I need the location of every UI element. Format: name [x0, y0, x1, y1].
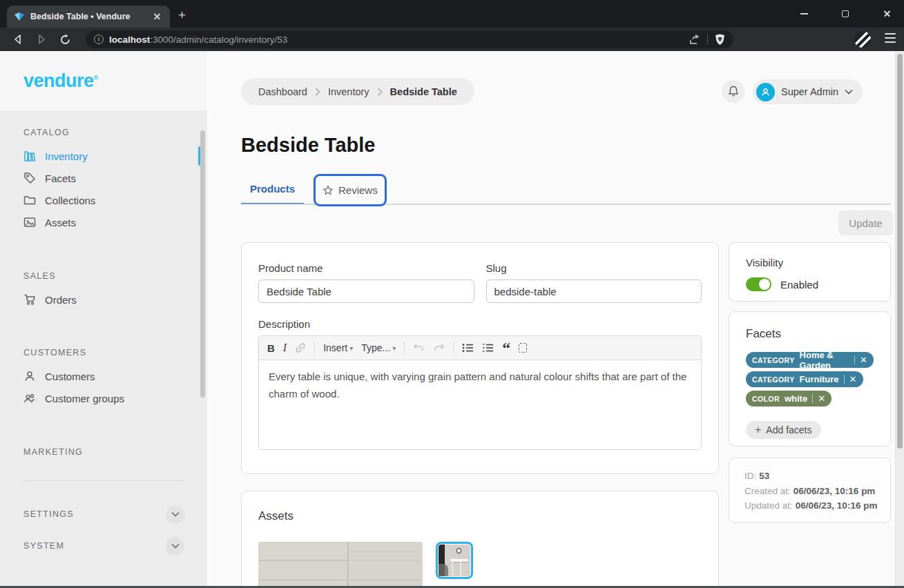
italic-button[interactable]: I	[283, 342, 287, 354]
brave-shield-icon[interactable]	[715, 34, 725, 46]
breadcrumb: Dashboard Inventory Bedside Table	[241, 78, 474, 105]
sidebar-item-inventory[interactable]: Inventory	[0, 145, 207, 167]
new-tab-button[interactable]: +	[178, 8, 186, 21]
facet-chip: COLOR white ✕	[746, 391, 831, 406]
page-scrollbar-thumb[interactable]	[897, 54, 903, 449]
bullet-list-icon[interactable]	[462, 343, 474, 353]
url-text: localhost:3000/admin/catalog/inventory/5…	[109, 35, 287, 45]
chevron-down-icon	[845, 89, 853, 95]
divider	[453, 342, 454, 354]
insert-dropdown[interactable]: Insert▾	[323, 342, 353, 353]
sidebar-item-label: Facets	[45, 173, 76, 184]
sidebar-scrollbar[interactable]	[200, 130, 205, 398]
folder-icon	[23, 194, 36, 206]
code-block-icon[interactable]	[519, 343, 527, 353]
remove-facet-icon[interactable]: ✕	[860, 355, 867, 364]
users-icon	[23, 392, 36, 404]
browser-menu-icon[interactable]	[885, 33, 896, 46]
enabled-toggle[interactable]	[746, 277, 771, 291]
share-icon[interactable]	[689, 34, 700, 46]
page-scrollbar	[895, 51, 904, 588]
sidebar-item-collections[interactable]: Collections	[0, 189, 207, 211]
chevron-down-icon[interactable]	[166, 505, 184, 524]
facet-chip: CATEGORY Furniture ✕	[746, 371, 863, 387]
browser-tab[interactable]: Bedside Table • Vendure	[7, 6, 170, 28]
browser-toolbar: ! localhost:3000/admin/catalog/inventory…	[0, 28, 904, 51]
redo-icon[interactable]	[433, 343, 445, 353]
type-dropdown[interactable]: Type...▾	[361, 342, 396, 353]
slug-input[interactable]	[486, 280, 702, 303]
page-title: Bedside Table	[241, 134, 375, 157]
chevron-right-icon	[377, 88, 383, 96]
facets-title: Facets	[746, 327, 874, 341]
remove-facet-icon[interactable]: ✕	[849, 375, 857, 384]
chevron-down-icon[interactable]	[166, 537, 184, 556]
avatar	[756, 83, 775, 101]
rich-text-editor: B I Insert▾ Type...▾	[258, 335, 702, 450]
bell-icon	[728, 86, 739, 97]
asset-thumbnail-selected[interactable]	[436, 542, 473, 579]
forward-icon[interactable]	[32, 30, 51, 48]
browser-window: Bedside Table • Vendure + ! localhost:30…	[0, 0, 904, 588]
notifications-button[interactable]	[722, 80, 744, 103]
site-info-icon[interactable]: !	[94, 35, 104, 44]
bold-button[interactable]: B	[267, 342, 275, 354]
sidebar-item-assets[interactable]: Assets	[0, 211, 207, 233]
featured-asset-preview[interactable]	[258, 542, 423, 588]
editor-toolbar: B I Insert▾ Type...▾	[259, 336, 701, 360]
blockquote-icon[interactable]: “	[502, 343, 510, 353]
tab-reviews-label: Reviews	[338, 184, 378, 196]
facet-chip-list: CATEGORY Home & Garden ✕ CATEGORY Furnit…	[746, 352, 874, 410]
asset-thumbnail-image	[439, 545, 470, 576]
facet-chip: CATEGORY Home & Garden ✕	[746, 352, 874, 368]
description-editor-content[interactable]: Every table is unique, with varying grai…	[259, 360, 701, 449]
link-icon[interactable]	[295, 342, 306, 353]
user-menu[interactable]: Super Admin	[753, 79, 863, 104]
close-icon[interactable]	[878, 5, 896, 23]
sidebar-item-label: Customers	[45, 371, 95, 382]
tab-products[interactable]: Products	[241, 174, 304, 204]
facets-card: Facets CATEGORY Home & Garden ✕ CATEGORY	[729, 311, 891, 447]
tab-reviews[interactable]: Reviews	[314, 174, 387, 206]
breadcrumb-current: Bedside Table	[390, 86, 457, 97]
section-catalog: CATALOG	[23, 128, 207, 137]
sidebar-item-customer-groups[interactable]: Customer groups	[0, 387, 207, 409]
maximize-icon[interactable]	[836, 5, 854, 23]
caret-down-icon: ▾	[349, 344, 353, 352]
sidebar-item-customers[interactable]: Customers	[0, 365, 207, 387]
tab-close-icon[interactable]	[152, 11, 163, 22]
user-icon	[23, 370, 36, 382]
chevron-right-icon	[315, 88, 320, 96]
section-system[interactable]: SYSTEM	[0, 535, 207, 557]
assets-title: Assets	[258, 509, 702, 523]
sidebar-item-facets[interactable]: Facets	[0, 167, 207, 189]
section-settings[interactable]: SETTINGS	[0, 503, 207, 525]
sidebar-divider	[23, 480, 184, 481]
sidebar-item-orders[interactable]: Orders	[0, 288, 207, 311]
logo-area: vendure®	[0, 51, 207, 110]
product-name-input[interactable]	[258, 280, 474, 303]
url-path: :3000/admin/catalog/inventory/53	[150, 35, 287, 45]
sidebar-item-label: Inventory	[45, 150, 88, 162]
breadcrumb-inventory[interactable]: Inventory	[328, 86, 369, 97]
sidebar-item-label: Customer groups	[45, 393, 124, 404]
undo-icon[interactable]	[413, 343, 425, 353]
back-icon[interactable]	[8, 30, 28, 48]
remove-facet-icon[interactable]: ✕	[818, 394, 825, 403]
divider	[707, 35, 708, 45]
minimize-icon[interactable]	[795, 5, 813, 23]
product-detail-card: Product name Slug Description B I	[241, 242, 719, 474]
divider	[404, 342, 405, 354]
url-bar[interactable]: ! localhost:3000/admin/catalog/inventory…	[86, 30, 733, 48]
reload-icon[interactable]	[55, 30, 75, 48]
star-icon	[323, 185, 334, 196]
add-facets-button[interactable]: +Add facets	[746, 421, 821, 439]
browser-profile-avatar[interactable]	[854, 31, 871, 48]
breadcrumb-dashboard[interactable]: Dashboard	[258, 86, 307, 97]
vendure-logo[interactable]: vendure®	[23, 70, 98, 92]
sidebar-item-label: Orders	[45, 294, 77, 306]
ordered-list-icon[interactable]	[482, 343, 494, 353]
update-button[interactable]: Update	[838, 210, 893, 235]
url-host: localhost	[109, 35, 150, 45]
image-icon	[23, 216, 36, 228]
